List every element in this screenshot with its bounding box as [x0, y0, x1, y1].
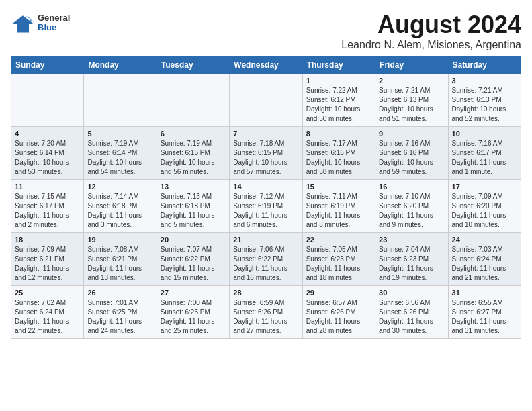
header-saturday: Saturday: [448, 57, 521, 74]
day-info: Sunrise: 7:12 AM Sunset: 6:19 PM Dayligh…: [233, 192, 298, 230]
calendar-cell: 4Sunrise: 7:20 AM Sunset: 6:14 PM Daylig…: [11, 127, 84, 180]
day-number: 9: [379, 130, 444, 138]
calendar-cell: 18Sunrise: 7:09 AM Sunset: 6:21 PM Dayli…: [11, 233, 84, 286]
day-number: 1: [306, 77, 371, 85]
day-number: 2: [379, 77, 444, 85]
calendar-cell: [11, 74, 84, 127]
calendar-subtitle: Leandro N. Alem, Misiones, Argentina: [341, 39, 521, 51]
day-info: Sunrise: 7:07 AM Sunset: 6:22 PM Dayligh…: [161, 245, 226, 283]
calendar-cell: 17Sunrise: 7:09 AM Sunset: 6:20 PM Dayli…: [448, 180, 521, 233]
calendar-cell: 24Sunrise: 7:03 AM Sunset: 6:24 PM Dayli…: [448, 233, 521, 286]
calendar-week-2: 4Sunrise: 7:20 AM Sunset: 6:14 PM Daylig…: [11, 127, 521, 180]
calendar-cell: 16Sunrise: 7:10 AM Sunset: 6:20 PM Dayli…: [375, 180, 448, 233]
day-info: Sunrise: 7:20 AM Sunset: 6:14 PM Dayligh…: [15, 139, 80, 177]
logo-text: General Blue: [38, 13, 70, 33]
day-number: 14: [233, 183, 298, 191]
day-number: 4: [15, 130, 80, 138]
day-number: 23: [379, 236, 444, 244]
calendar-week-1: 1Sunrise: 7:22 AM Sunset: 6:12 PM Daylig…: [11, 74, 521, 127]
day-info: Sunrise: 7:06 AM Sunset: 6:22 PM Dayligh…: [233, 245, 298, 283]
calendar-cell: 5Sunrise: 7:19 AM Sunset: 6:14 PM Daylig…: [84, 127, 157, 180]
calendar-cell: 2Sunrise: 7:21 AM Sunset: 6:13 PM Daylig…: [375, 74, 448, 127]
day-info: Sunrise: 7:21 AM Sunset: 6:13 PM Dayligh…: [452, 86, 517, 124]
day-number: 31: [452, 289, 517, 297]
day-info: Sunrise: 7:03 AM Sunset: 6:24 PM Dayligh…: [452, 245, 517, 283]
calendar-cell: 23Sunrise: 7:04 AM Sunset: 6:23 PM Dayli…: [375, 233, 448, 286]
calendar-title: August 2024: [341, 11, 521, 39]
day-number: 26: [87, 289, 152, 297]
day-info: Sunrise: 7:08 AM Sunset: 6:21 PM Dayligh…: [87, 245, 152, 283]
calendar-cell: 14Sunrise: 7:12 AM Sunset: 6:19 PM Dayli…: [230, 180, 302, 233]
day-number: 18: [15, 236, 80, 244]
calendar-table: SundayMondayTuesdayWednesdayThursdayFrid…: [11, 56, 521, 339]
header-sunday: Sunday: [11, 57, 84, 74]
header-monday: Monday: [84, 57, 157, 74]
day-number: 19: [87, 236, 152, 244]
calendar-cell: 15Sunrise: 7:11 AM Sunset: 6:19 PM Dayli…: [302, 180, 375, 233]
calendar-cell: [157, 74, 229, 127]
day-info: Sunrise: 7:22 AM Sunset: 6:12 PM Dayligh…: [306, 86, 371, 124]
calendar-week-5: 25Sunrise: 7:02 AM Sunset: 6:24 PM Dayli…: [11, 286, 521, 339]
day-number: 5: [87, 130, 152, 138]
day-info: Sunrise: 7:00 AM Sunset: 6:25 PM Dayligh…: [161, 298, 226, 336]
calendar-header: SundayMondayTuesdayWednesdayThursdayFrid…: [11, 57, 521, 74]
day-info: Sunrise: 7:17 AM Sunset: 6:16 PM Dayligh…: [306, 139, 371, 177]
title-block: August 2024 Leandro N. Alem, Misiones, A…: [341, 11, 521, 51]
calendar-cell: 1Sunrise: 7:22 AM Sunset: 6:12 PM Daylig…: [302, 74, 375, 127]
day-number: 8: [306, 130, 371, 138]
day-info: Sunrise: 6:59 AM Sunset: 6:26 PM Dayligh…: [233, 298, 298, 336]
calendar-cell: [230, 74, 302, 127]
calendar-cell: 10Sunrise: 7:16 AM Sunset: 6:17 PM Dayli…: [448, 127, 521, 180]
calendar-cell: [84, 74, 157, 127]
day-number: 21: [233, 236, 298, 244]
day-info: Sunrise: 7:09 AM Sunset: 6:20 PM Dayligh…: [452, 192, 517, 230]
day-info: Sunrise: 7:10 AM Sunset: 6:20 PM Dayligh…: [379, 192, 444, 230]
header-thursday: Thursday: [302, 57, 375, 74]
calendar-cell: 13Sunrise: 7:13 AM Sunset: 6:18 PM Dayli…: [157, 180, 229, 233]
logo-blue: Blue: [38, 23, 70, 32]
calendar-cell: 25Sunrise: 7:02 AM Sunset: 6:24 PM Dayli…: [11, 286, 84, 339]
day-info: Sunrise: 7:15 AM Sunset: 6:17 PM Dayligh…: [15, 192, 80, 230]
day-number: 30: [379, 289, 444, 297]
day-info: Sunrise: 6:56 AM Sunset: 6:26 PM Dayligh…: [379, 298, 444, 336]
calendar-cell: 6Sunrise: 7:19 AM Sunset: 6:15 PM Daylig…: [157, 127, 229, 180]
day-info: Sunrise: 6:57 AM Sunset: 6:26 PM Dayligh…: [306, 298, 371, 336]
calendar-cell: 30Sunrise: 6:56 AM Sunset: 6:26 PM Dayli…: [375, 286, 448, 339]
day-info: Sunrise: 7:14 AM Sunset: 6:18 PM Dayligh…: [87, 192, 152, 230]
day-number: 7: [233, 130, 298, 138]
header-tuesday: Tuesday: [157, 57, 229, 74]
day-info: Sunrise: 7:01 AM Sunset: 6:25 PM Dayligh…: [87, 298, 152, 336]
day-number: 16: [379, 183, 444, 191]
day-number: 24: [452, 236, 517, 244]
day-info: Sunrise: 7:05 AM Sunset: 6:23 PM Dayligh…: [306, 245, 371, 283]
header-friday: Friday: [375, 57, 448, 74]
header-row: SundayMondayTuesdayWednesdayThursdayFrid…: [11, 57, 521, 74]
day-number: 6: [161, 130, 226, 138]
day-info: Sunrise: 7:09 AM Sunset: 6:21 PM Dayligh…: [15, 245, 80, 283]
calendar-body: 1Sunrise: 7:22 AM Sunset: 6:12 PM Daylig…: [11, 74, 521, 339]
logo-general: General: [38, 13, 70, 23]
calendar-cell: 28Sunrise: 6:59 AM Sunset: 6:26 PM Dayli…: [230, 286, 302, 339]
calendar-cell: 19Sunrise: 7:08 AM Sunset: 6:21 PM Dayli…: [84, 233, 157, 286]
calendar-cell: 29Sunrise: 6:57 AM Sunset: 6:26 PM Dayli…: [302, 286, 375, 339]
day-number: 27: [161, 289, 226, 297]
day-number: 15: [306, 183, 371, 191]
day-number: 20: [161, 236, 226, 244]
calendar-cell: 22Sunrise: 7:05 AM Sunset: 6:23 PM Dayli…: [302, 233, 375, 286]
day-number: 28: [233, 289, 298, 297]
calendar-cell: 20Sunrise: 7:07 AM Sunset: 6:22 PM Dayli…: [157, 233, 229, 286]
calendar-cell: 26Sunrise: 7:01 AM Sunset: 6:25 PM Dayli…: [84, 286, 157, 339]
calendar-cell: 3Sunrise: 7:21 AM Sunset: 6:13 PM Daylig…: [448, 74, 521, 127]
calendar-cell: 21Sunrise: 7:06 AM Sunset: 6:22 PM Dayli…: [230, 233, 302, 286]
day-info: Sunrise: 7:13 AM Sunset: 6:18 PM Dayligh…: [161, 192, 226, 230]
day-number: 22: [306, 236, 371, 244]
logo-icon: [11, 11, 35, 35]
calendar-cell: 11Sunrise: 7:15 AM Sunset: 6:17 PM Dayli…: [11, 180, 84, 233]
day-number: 3: [452, 77, 517, 85]
calendar-week-3: 11Sunrise: 7:15 AM Sunset: 6:17 PM Dayli…: [11, 180, 521, 233]
calendar-cell: 12Sunrise: 7:14 AM Sunset: 6:18 PM Dayli…: [84, 180, 157, 233]
day-number: 12: [87, 183, 152, 191]
calendar-cell: 9Sunrise: 7:16 AM Sunset: 6:16 PM Daylig…: [375, 127, 448, 180]
day-info: Sunrise: 7:18 AM Sunset: 6:15 PM Dayligh…: [233, 139, 298, 177]
day-number: 17: [452, 183, 517, 191]
